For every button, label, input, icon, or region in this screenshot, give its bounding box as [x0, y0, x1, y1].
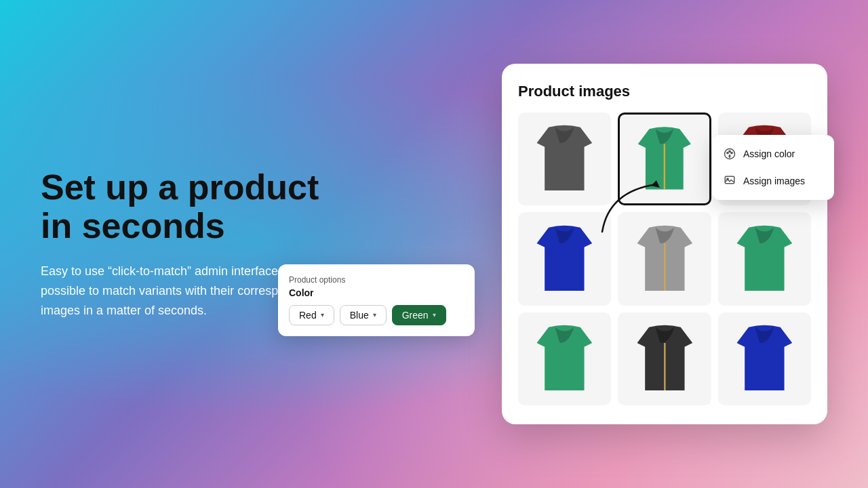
- hoodie-blue-icon: [525, 220, 604, 299]
- chevron-red: ▾: [321, 311, 324, 319]
- image-cell-1[interactable]: [518, 113, 611, 205]
- blue-label: Blue: [350, 310, 369, 321]
- hoodie-green-icon: [627, 121, 703, 197]
- svg-point-9: [727, 178, 728, 180]
- hoodie-dark-gray-icon: [525, 119, 604, 199]
- options-label: Product options: [289, 275, 464, 285]
- hoodie-black-icon: [625, 319, 705, 399]
- image-cell-5[interactable]: [618, 212, 711, 305]
- hoodie-darkblue-icon: [725, 319, 804, 399]
- context-menu: Assign color Assign images: [712, 135, 834, 200]
- image-cell-4[interactable]: [518, 212, 611, 305]
- image-cell-2[interactable]: [618, 113, 711, 205]
- options-card: Product options Color Red ▾ Blue ▾ Green…: [278, 264, 475, 336]
- color-buttons: Red ▾ Blue ▾ Green ▾: [289, 305, 464, 325]
- product-card: Product images: [502, 64, 827, 424]
- card-title: Product images: [518, 83, 811, 100]
- color-btn-red[interactable]: Red ▾: [289, 305, 334, 325]
- color-btn-blue[interactable]: Blue ▾: [340, 305, 387, 325]
- assign-images-item[interactable]: Assign images: [712, 167, 834, 195]
- assign-images-label: Assign images: [743, 176, 805, 186]
- image-cell-8[interactable]: [618, 312, 711, 405]
- main-content: Set up a productin seconds Easy to use “…: [0, 0, 868, 488]
- image-cell-6[interactable]: [718, 212, 811, 305]
- image-cell-9[interactable]: [718, 312, 811, 405]
- chevron-blue: ▾: [373, 311, 376, 319]
- red-label: Red: [299, 310, 317, 321]
- hoodie-green2-icon: [725, 220, 804, 299]
- svg-point-6: [729, 150, 730, 152]
- green-label: Green: [402, 310, 429, 321]
- chevron-green: ▾: [433, 311, 436, 319]
- headline: Set up a productin seconds: [41, 168, 393, 245]
- hoodie-gray-icon: [625, 220, 705, 299]
- palette-icon: [723, 147, 736, 161]
- images-icon: [723, 174, 736, 188]
- color-label: Color: [289, 287, 464, 298]
- color-btn-green[interactable]: Green ▾: [392, 305, 446, 325]
- svg-point-5: [727, 152, 728, 153]
- right-panel: Product images: [393, 64, 827, 424]
- assign-color-item[interactable]: Assign color: [712, 140, 834, 167]
- image-cell-7[interactable]: [518, 312, 611, 405]
- hoodie-green3-icon: [525, 319, 604, 399]
- svg-point-7: [731, 152, 732, 153]
- assign-color-label: Assign color: [743, 148, 795, 159]
